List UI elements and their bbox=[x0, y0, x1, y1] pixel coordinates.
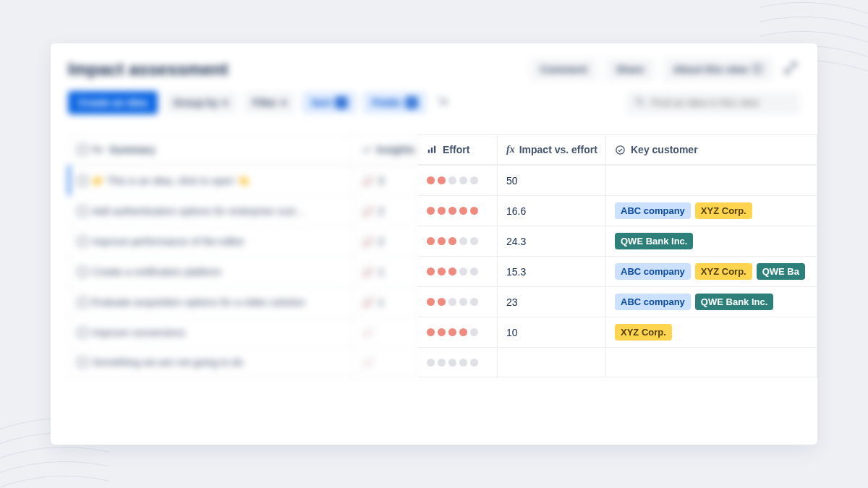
th-num: No bbox=[92, 145, 105, 155]
expand-icon[interactable] bbox=[781, 59, 800, 80]
svg-point-0 bbox=[637, 98, 642, 103]
checkbox[interactable] bbox=[77, 267, 88, 277]
about-view-label: About this view bbox=[673, 64, 748, 75]
cell-key-customer[interactable] bbox=[606, 165, 817, 195]
row-summary[interactable]: Improve performance of the editor bbox=[68, 226, 353, 256]
row-summary[interactable]: Create a notification platform bbox=[68, 256, 353, 286]
effort-dots bbox=[427, 328, 478, 336]
checkbox-all[interactable] bbox=[77, 145, 88, 155]
checkbox[interactable] bbox=[77, 297, 88, 307]
cell-ivf[interactable]: 15.3 bbox=[498, 256, 606, 286]
share-button[interactable]: Share bbox=[606, 59, 655, 80]
cell-effort[interactable] bbox=[418, 347, 498, 377]
col-insights: Insights 📈3 📈2 📈2 📈1 📈1 📈 📈 bbox=[353, 134, 418, 445]
search-input[interactable] bbox=[651, 97, 791, 108]
table: No Summary 👉 This is an idea, click to o… bbox=[68, 134, 817, 445]
checkbox[interactable] bbox=[77, 176, 88, 186]
cell-insights[interactable]: 📈3 bbox=[353, 165, 418, 195]
checkbox[interactable] bbox=[77, 328, 88, 338]
col-effort: Effort bbox=[418, 134, 498, 445]
customer-tag[interactable]: ABC company bbox=[615, 294, 691, 310]
effort-dots bbox=[427, 298, 478, 306]
cell-effort[interactable] bbox=[418, 317, 498, 347]
cell-ivf[interactable]: 50 bbox=[498, 165, 606, 195]
cell-key-customer[interactable]: ABC company QWE Bank Inc. bbox=[606, 286, 817, 317]
svg-rect-1 bbox=[428, 150, 430, 153]
col-key-customer: Key customer ABC company XYZ Corp. QWE B… bbox=[606, 134, 817, 445]
insights-icon: 📈 bbox=[362, 356, 374, 368]
cell-effort[interactable] bbox=[418, 195, 498, 226]
customer-tag[interactable]: XYZ Corp. bbox=[695, 202, 752, 219]
customer-tag[interactable]: XYZ Corp. bbox=[615, 324, 672, 341]
effort-dots bbox=[427, 176, 478, 184]
checkbox[interactable] bbox=[77, 236, 88, 247]
cell-ivf[interactable]: 23 bbox=[498, 286, 606, 317]
cell-ivf[interactable] bbox=[498, 347, 606, 377]
customer-tag[interactable]: XYZ Corp. bbox=[695, 263, 752, 280]
search-input-wrap[interactable] bbox=[626, 92, 800, 114]
checkbox[interactable] bbox=[77, 357, 88, 367]
cell-insights[interactable]: 📈1 bbox=[353, 256, 418, 286]
checkbox[interactable] bbox=[77, 206, 88, 216]
group-by-chip[interactable]: Group by ▾ bbox=[165, 92, 237, 114]
formula-icon: fx bbox=[506, 144, 515, 155]
cell-insights[interactable]: 📈1 bbox=[353, 286, 418, 317]
cell-effort[interactable] bbox=[418, 256, 498, 286]
th-impact-vs-effort[interactable]: fx Impact vs. effort bbox=[498, 134, 606, 165]
create-idea-button[interactable]: Create an idea bbox=[68, 91, 158, 114]
cell-insights[interactable]: 📈 bbox=[353, 317, 418, 347]
insights-icon: 📈 bbox=[362, 327, 374, 338]
svg-rect-3 bbox=[434, 146, 435, 153]
effort-dots bbox=[427, 359, 478, 367]
effort-dots bbox=[427, 267, 478, 275]
search-icon bbox=[635, 97, 645, 109]
th-insights[interactable]: Insights bbox=[353, 134, 418, 165]
cell-key-customer[interactable]: XYZ Corp. bbox=[606, 317, 817, 347]
bar-chart-icon bbox=[427, 144, 438, 155]
row-summary[interactable]: Something we are not going to do bbox=[68, 347, 353, 377]
customer-tag[interactable]: ABC company bbox=[615, 263, 691, 280]
check-circle-icon bbox=[615, 144, 626, 155]
col-summary: No Summary 👉 This is an idea, click to o… bbox=[68, 134, 353, 445]
cell-insights[interactable]: 📈2 bbox=[353, 226, 418, 256]
row-summary[interactable]: 👉 This is an idea, click to open 👈 bbox=[68, 165, 353, 195]
fields-chip[interactable]: Fields 8 bbox=[363, 92, 425, 114]
th-summary[interactable]: No Summary bbox=[68, 134, 353, 165]
th-effort[interactable]: Effort bbox=[418, 134, 498, 165]
svg-point-4 bbox=[616, 145, 624, 153]
cell-insights[interactable]: 📈 bbox=[353, 347, 418, 377]
cell-key-customer[interactable] bbox=[606, 347, 817, 377]
app-card: Impact assessment Comment Share About th… bbox=[51, 43, 817, 445]
header: Impact assessment Comment Share About th… bbox=[51, 43, 817, 88]
page-title: Impact assessment bbox=[68, 59, 228, 80]
about-view-button[interactable]: About this view ⓘ bbox=[663, 58, 773, 81]
chevron-down-icon: ▾ bbox=[281, 97, 286, 108]
insights-icon: 📈 bbox=[362, 296, 374, 308]
cell-ivf[interactable]: 10 bbox=[498, 317, 606, 347]
filter-chip[interactable]: Filter ▾ bbox=[244, 92, 295, 114]
sort-chip[interactable]: Sort 2 bbox=[302, 92, 356, 114]
row-summary[interactable]: Add authentication options for enterpris… bbox=[68, 195, 353, 226]
insights-icon: 📈 bbox=[362, 266, 374, 278]
comment-button[interactable]: Comment bbox=[530, 59, 597, 80]
cell-key-customer[interactable]: ABC company XYZ Corp. QWE Ba bbox=[606, 256, 817, 286]
cell-key-customer[interactable]: ABC company XYZ Corp. bbox=[606, 195, 817, 226]
sort-count: 2 bbox=[336, 97, 347, 108]
customer-tag[interactable]: QWE Bank Inc. bbox=[695, 294, 773, 310]
cell-key-customer[interactable]: QWE Bank Inc. bbox=[606, 226, 817, 256]
col-impact-vs-effort: fx Impact vs. effort 50 16.6 24.3 15.3 2… bbox=[498, 134, 606, 445]
customer-tag[interactable]: QWE Ba bbox=[757, 263, 805, 280]
cell-ivf[interactable]: 24.3 bbox=[498, 226, 606, 256]
customer-tag[interactable]: ABC company bbox=[615, 202, 691, 219]
svg-rect-2 bbox=[431, 147, 433, 153]
cell-insights[interactable]: 📈2 bbox=[353, 195, 418, 226]
cell-effort[interactable] bbox=[418, 286, 498, 317]
magic-wand-icon[interactable] bbox=[433, 92, 452, 114]
customer-tag[interactable]: QWE Bank Inc. bbox=[615, 233, 693, 249]
cell-effort[interactable] bbox=[418, 165, 498, 195]
th-key-customer[interactable]: Key customer bbox=[606, 134, 817, 165]
cell-effort[interactable] bbox=[418, 226, 498, 256]
cell-ivf[interactable]: 16.6 bbox=[498, 195, 606, 226]
row-summary[interactable]: Improve conversions bbox=[68, 317, 353, 347]
row-summary[interactable]: Evaluate acquisition options for a video… bbox=[68, 286, 353, 317]
